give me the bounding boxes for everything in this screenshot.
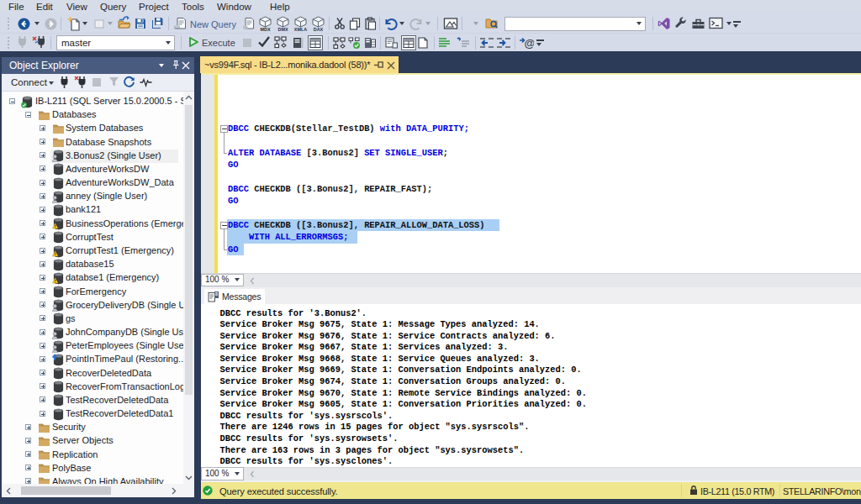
svg-text:DAX: DAX bbox=[314, 27, 324, 32]
svg-text:MDX: MDX bbox=[261, 27, 271, 32]
svg-text:@: @ bbox=[525, 37, 535, 50]
svg-text:XMLA: XMLA bbox=[294, 27, 307, 32]
svg-text:DMX: DMX bbox=[278, 27, 288, 32]
